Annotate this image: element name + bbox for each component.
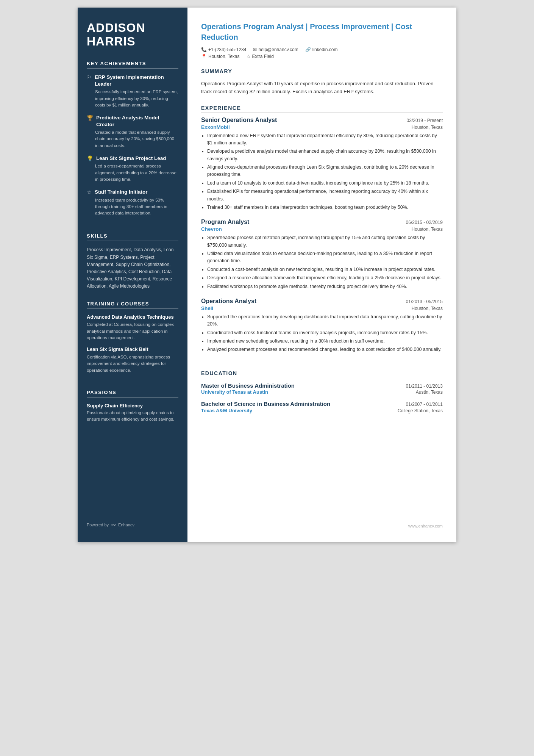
- extra-icon: ☆: [247, 54, 251, 59]
- phone-text: +1-(234)-555-1234: [208, 47, 246, 52]
- edu-school-2: Texas A&M University: [201, 408, 252, 413]
- main-content: Operations Program Analyst | Process Imp…: [187, 8, 456, 542]
- bullet-1-3: Aligned cross-departmental processes thr…: [207, 164, 443, 178]
- bullet-2-1: Spearheaded process optimization project…: [207, 234, 443, 249]
- exp-dates-1: 03/2019 - Present: [407, 118, 443, 123]
- passions-title: PASSIONS: [87, 390, 178, 398]
- achievement-title-4: Staff Training Initiator: [95, 189, 148, 196]
- email-icon: ✉: [253, 47, 257, 52]
- passion-title-1: Supply Chain Efficiency: [87, 403, 178, 409]
- skills-text: Process Improvement, Data Analysis, Lean…: [87, 246, 178, 290]
- skills-title: SKILLS: [87, 233, 178, 241]
- summary-section: SUMMARY Operations Program Analyst with …: [201, 68, 443, 96]
- website-text: www.enhancv.com: [408, 524, 443, 528]
- exp-subrow-3: Shell Houston, Texas: [201, 305, 443, 311]
- enhancv-logo-icon: ∾: [111, 521, 116, 528]
- main-header: Operations Program Analyst | Process Imp…: [201, 21, 443, 61]
- exp-bullets-3: Supported the operations team by develop…: [201, 313, 443, 354]
- achievement-desc-1: Successfully implemented an ERP system, …: [87, 89, 178, 108]
- passions-section: PASSIONS Supply Chain Efficiency Passion…: [87, 390, 178, 423]
- edu-degree-1: Master of Business Administration: [201, 382, 295, 390]
- erp-icon: ⚐: [87, 74, 92, 80]
- exp-bullets-1: Implemented a new ERP system that improv…: [201, 132, 443, 211]
- sidebar: ADDISON HARRIS KEY ACHIEVEMENTS ⚐ ERP Sy…: [78, 8, 187, 542]
- edu-header-2: Bachelor of Science in Business Administ…: [201, 400, 443, 408]
- exp-dates-3: 01/2013 - 05/2015: [406, 299, 443, 304]
- education-title: EDUCATION: [201, 370, 443, 378]
- bullet-1-1: Implemented a new ERP system that improv…: [207, 132, 443, 147]
- exp-header-2: Program Analyst 06/2015 - 02/2019: [201, 219, 443, 225]
- phone-icon: 📞: [201, 47, 207, 52]
- bulb-icon: 💡: [87, 155, 93, 161]
- experience-title: EXPERIENCE: [201, 105, 443, 113]
- email-text: help@enhancv.com: [258, 47, 298, 52]
- edu-entry-1: Master of Business Administration 01/201…: [201, 382, 443, 395]
- sidebar-footer: Powered by ∾ Enhancv: [87, 513, 178, 528]
- contact-row-1: 📞 +1-(234)-555-1234 ✉ help@enhancv.com 🔗…: [201, 47, 443, 52]
- achievement-desc-3: Led a cross-departmental process alignme…: [87, 163, 178, 183]
- exp-entry-2: Program Analyst 06/2015 - 02/2019 Chevro…: [201, 219, 443, 290]
- name-last: HARRIS: [87, 34, 178, 49]
- edu-subrow-1: University of Texas at Austin Austin, Te…: [201, 389, 443, 395]
- achievement-title-1: ERP System Implementation Leader: [95, 74, 178, 87]
- experience-section: EXPERIENCE Senior Operations Analyst 03/…: [201, 105, 443, 361]
- achievement-header-2: 🏆 Predictive Analysis Model Creator: [87, 114, 178, 128]
- achievement-header-3: 💡 Lean Six Sigma Project Lead: [87, 155, 178, 162]
- edu-school-1: University of Texas at Austin: [201, 389, 268, 395]
- exp-subrow-1: ExxonMobil Houston, Texas: [201, 124, 443, 130]
- exp-entry-1: Senior Operations Analyst 03/2019 - Pres…: [201, 117, 443, 211]
- summary-title: SUMMARY: [201, 68, 443, 76]
- edu-entry-2: Bachelor of Science in Business Administ…: [201, 400, 443, 413]
- bullet-2-3: Conducted a cost-benefit analysis on new…: [207, 266, 443, 273]
- training-desc-2: Certification via ASQ, emphasizing proce…: [87, 354, 178, 374]
- edu-header-1: Master of Business Administration 01/201…: [201, 382, 443, 390]
- location-icon: 📍: [201, 54, 207, 59]
- edu-location-2: College Station, Texas: [398, 408, 443, 413]
- exp-subrow-2: Chevron Houston, Texas: [201, 226, 443, 232]
- achievement-item-4: ☆ Staff Training Initiator Increased tea…: [87, 189, 178, 216]
- skills-section: SKILLS Process Improvement, Data Analysi…: [87, 233, 178, 290]
- bullet-3-4: Analyzed procurement processes and recom…: [207, 346, 443, 353]
- powered-by-label: Powered by: [87, 523, 109, 527]
- exp-location-3: Houston, Texas: [412, 306, 443, 311]
- contact-email: ✉ help@enhancv.com: [253, 47, 298, 52]
- edu-subrow-2: Texas A&M University College Station, Te…: [201, 408, 443, 413]
- exp-location-1: Houston, Texas: [412, 125, 443, 130]
- star-icon: ☆: [87, 189, 92, 195]
- achievement-header-4: ☆ Staff Training Initiator: [87, 189, 178, 196]
- bullet-1-5: Established KPIs for measuring operation…: [207, 188, 443, 203]
- bullet-3-1: Supported the operations team by develop…: [207, 313, 443, 328]
- exp-entry-3: Operations Analyst 01/2013 - 05/2015 She…: [201, 298, 443, 354]
- contact-linkedin: 🔗 linkedin.com: [305, 47, 338, 52]
- achievements-section: KEY ACHIEVEMENTS ⚐ ERP System Implementa…: [87, 61, 178, 222]
- achievement-desc-4: Increased team productivity by 50% throu…: [87, 197, 178, 217]
- summary-text: Operations Program Analyst with 10 years…: [201, 80, 443, 96]
- achievement-title-2: Predictive Analysis Model Creator: [96, 114, 178, 128]
- exp-title-3: Operations Analyst: [201, 298, 256, 305]
- contact-row-2: 📍 Houston, Texas ☆ Extra Field: [201, 54, 443, 59]
- linkedin-text: linkedin.com: [312, 47, 338, 52]
- exp-company-1: ExxonMobil: [201, 124, 230, 130]
- edu-degree-2: Bachelor of Science in Business Administ…: [201, 400, 330, 408]
- resume-container: ADDISON HARRIS KEY ACHIEVEMENTS ⚐ ERP Sy…: [78, 8, 456, 542]
- brand-name: Enhancv: [118, 523, 134, 527]
- achievement-item-2: 🏆 Predictive Analysis Model Creator Crea…: [87, 114, 178, 149]
- training-title: TRAINING / COURSES: [87, 301, 178, 309]
- bullet-1-6: Trained 30+ staff members in data interp…: [207, 204, 443, 211]
- edu-location-1: Austin, Texas: [416, 390, 443, 395]
- training-section: TRAINING / COURSES Advanced Data Analyti…: [87, 301, 178, 379]
- bullet-2-5: Facilitated workshops to promote agile m…: [207, 283, 443, 290]
- exp-header-1: Senior Operations Analyst 03/2019 - Pres…: [201, 117, 443, 124]
- bullet-3-2: Coordinated with cross-functional teams …: [207, 329, 443, 337]
- achievement-item-1: ⚐ ERP System Implementation Leader Succe…: [87, 74, 178, 108]
- education-section: EDUCATION Master of Business Administrat…: [201, 370, 443, 419]
- contact-location: 📍 Houston, Texas: [201, 54, 240, 59]
- achievement-header-1: ⚐ ERP System Implementation Leader: [87, 74, 178, 87]
- exp-location-2: Houston, Texas: [412, 227, 443, 232]
- exp-title-2: Program Analyst: [201, 219, 249, 225]
- exp-header-3: Operations Analyst 01/2013 - 05/2015: [201, 298, 443, 305]
- exp-company-3: Shell: [201, 305, 213, 311]
- bullet-3-3: Implemented new scheduling software, res…: [207, 338, 443, 345]
- exp-title-1: Senior Operations Analyst: [201, 117, 277, 124]
- exp-bullets-2: Spearheaded process optimization project…: [201, 234, 443, 290]
